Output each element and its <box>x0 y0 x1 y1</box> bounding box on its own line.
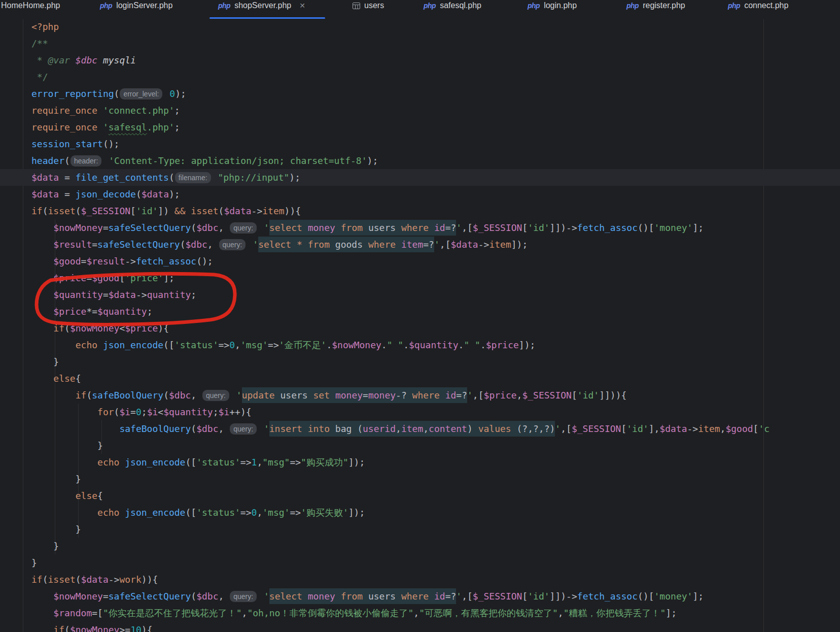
code-line[interactable]: if($nowMoney>=10){ <box>0 621 840 632</box>
code-line[interactable]: } <box>0 554 840 571</box>
code-line[interactable]: <?php <box>0 19 840 35</box>
code-token: $data <box>142 189 169 199</box>
code-token: money <box>368 387 396 403</box>
code-line[interactable]: session_start(); <box>0 136 840 152</box>
code-token: =? <box>445 588 457 604</box>
code-token: = <box>103 222 109 233</box>
tab-homehome-php[interactable]: HomeHome.php <box>1 1 60 18</box>
parameter-hint: query: <box>230 423 257 435</box>
code-line[interactable]: $nowMoney=safeSelectQuery($dbc, query: '… <box>0 219 840 236</box>
code-token: json_encode <box>125 457 185 468</box>
code-line[interactable]: $quantity=$data->quantity; <box>0 286 840 303</box>
code-line[interactable]: } <box>0 521 840 538</box>
code-token: select <box>258 237 297 252</box>
code-line[interactable]: $result=safeSelectQuery($dbc, query: 'se… <box>0 236 840 253</box>
tab-label: register.php <box>643 1 685 10</box>
code-line[interactable]: require_once 'safesql.php'; <box>0 119 840 136</box>
code-line[interactable]: error_reporting(error_level: 0); <box>0 85 840 102</box>
code-line[interactable]: require_once 'connect.php'; <box>0 102 840 119</box>
tab-shopserver-php[interactable]: phpshopServer.php✕ <box>218 1 305 18</box>
code-token: $dbc <box>196 591 218 602</box>
code-line[interactable]: if(safeBoolQuery($dbc, query: 'update us… <box>0 387 840 404</box>
code-token: (?,?,?) <box>517 421 555 437</box>
code-token: ); <box>367 155 378 166</box>
code-token: } <box>31 440 103 451</box>
code-token: echo <box>97 457 125 468</box>
code-token: [ <box>572 390 577 401</box>
code-editor[interactable]: <?php/** * @var $dbc mysqli */error_repo… <box>0 19 840 632</box>
php-file-icon: php <box>528 2 540 10</box>
code-line[interactable]: } <box>0 353 840 370</box>
code-token: ]); <box>348 507 365 518</box>
code-token: item <box>698 423 720 434</box>
code-token: ' <box>253 239 258 250</box>
code-line[interactable]: $data = json_decode($data); <box>0 186 840 203</box>
code-line[interactable]: $good=$result->fetch_assoc(); <box>0 253 840 270</box>
code-line[interactable]: $price=$good['price']; <box>0 270 840 286</box>
code-line-current[interactable]: $data = file_get_contents(filename: "php… <box>0 169 840 186</box>
code-token: " " <box>387 340 404 350</box>
code-token: set <box>313 387 335 403</box>
code-token: 'msg' <box>240 340 268 350</box>
code-line[interactable]: echo json_encode(['status'=>0,'msg'=>'金币… <box>0 337 840 353</box>
code-line[interactable]: } <box>0 471 840 487</box>
code-token: , <box>257 507 262 518</box>
code-line[interactable]: /** <box>0 35 840 52</box>
code-token: safeBoolQuery <box>119 423 191 434</box>
code-token: ){ <box>158 323 169 334</box>
code-token: ; <box>174 105 180 116</box>
code-line[interactable]: echo json_encode(['status'=>1,"msg"=>"购买… <box>0 454 840 471</box>
code-line[interactable]: $nowMoney=safeSelectQuery($dbc, query: '… <box>0 588 840 605</box>
code-token: */ <box>31 72 48 82</box>
code-token: { <box>76 373 81 384</box>
tab-label: safesql.php <box>440 1 481 10</box>
code-token: ,[ <box>462 222 473 233</box>
code-line[interactable]: if($nowMoney<$price){ <box>0 320 840 337</box>
code-line[interactable]: else{ <box>0 370 840 387</box>
code-token: from <box>308 237 335 252</box>
code-line[interactable]: header(header: 'Content-Type: applicatio… <box>0 152 840 169</box>
code-line[interactable]: if(isset($data->work)){ <box>0 571 840 588</box>
code-area[interactable]: <?php/** * @var $dbc mysqli */error_repo… <box>0 19 840 632</box>
code-line[interactable]: if(isset($_SESSION['id']) && isset($data… <box>0 203 840 219</box>
code-token: $_SESSION <box>473 222 522 233</box>
code-token: ; <box>174 122 180 132</box>
code-token: .php' <box>147 122 174 132</box>
code-token: < <box>158 407 163 417</box>
tab-loginserver-php[interactable]: phploginServer.php <box>100 1 172 18</box>
code-line[interactable]: * @var $dbc mysqli <box>0 52 840 69</box>
code-line[interactable]: else{ <box>0 487 840 504</box>
code-line[interactable]: */ <box>0 69 840 85</box>
code-line[interactable]: echo json_encode(['status'=>0,'msg'=>'购买… <box>0 504 840 521</box>
code-line[interactable]: } <box>0 538 840 554</box>
tab-login-php[interactable]: phplogin.php <box>528 1 577 18</box>
code-token: $nowMoney <box>53 222 103 233</box>
parameter-hint: filename: <box>175 172 211 183</box>
code-token: insert into <box>269 421 335 437</box>
code-token: " " <box>464 340 480 350</box>
code-token: $good <box>725 423 753 434</box>
code-token: = <box>363 387 368 403</box>
code-line[interactable]: for($i=0;$i<$quantity;$i++){ <box>0 404 840 420</box>
code-token: item <box>401 421 423 437</box>
code-token: error_reporting <box>31 88 114 99</box>
code-token: users <box>280 387 313 403</box>
code-line[interactable]: $random=["你实在是忍不住了把钱花光了！","oh,no！非常倒霉你的钱… <box>0 605 840 621</box>
code-token: money <box>335 387 363 403</box>
code-token: ]); <box>519 340 536 350</box>
code-token: ' <box>103 122 109 132</box>
code-token: 'status' <box>196 507 240 518</box>
code-line[interactable]: } <box>0 437 840 454</box>
code-token: ,[ <box>462 591 473 602</box>
code-token: = <box>130 407 136 417</box>
code-line[interactable]: safeBoolQuery($dbc, query: 'insert into … <box>0 420 840 437</box>
code-token: ( <box>114 88 120 99</box>
code-token: echo <box>97 507 125 518</box>
code-line[interactable]: $price*=$quantity; <box>0 303 840 320</box>
tab-safesql-php[interactable]: phpsafesql.php <box>424 1 481 18</box>
code-token: . <box>381 340 387 350</box>
close-tab-icon[interactable]: ✕ <box>299 2 305 10</box>
tab-connect-php[interactable]: phpconnect.php <box>728 1 788 18</box>
tab-users[interactable]: users <box>353 1 384 18</box>
tab-register-php[interactable]: phpregister.php <box>626 1 685 18</box>
